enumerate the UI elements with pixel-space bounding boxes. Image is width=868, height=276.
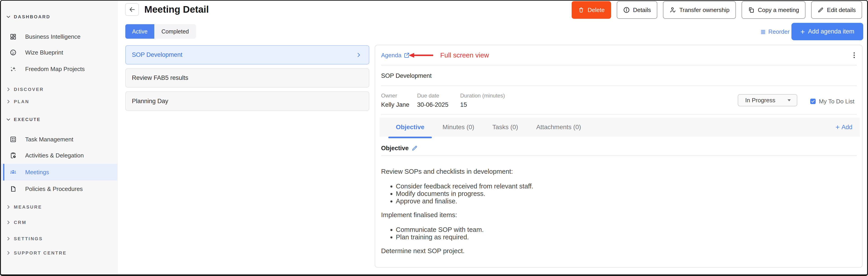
back-arrow-icon <box>129 6 135 13</box>
sidebar-section-plan[interactable]: PLAN <box>1 93 117 110</box>
edit-details-button[interactable]: Edit details <box>811 1 862 19</box>
owner-label: Owner <box>381 93 397 99</box>
sidebar-item-label: Business Intelligence <box>25 33 81 40</box>
sidebar-item-business-intelligence[interactable]: Business Intelligence <box>1 28 117 45</box>
chevron-right-icon <box>6 250 11 255</box>
agenda-detail-panel: Agenda Full screen view SOP Development … <box>375 45 863 268</box>
due-date-value: 30-06-2025 <box>417 101 448 108</box>
bullet-item: Approve and finalise. <box>396 198 844 205</box>
add-agenda-item-label: Add agenda item <box>808 28 854 35</box>
divider <box>381 156 857 156</box>
add-label: Add <box>841 124 852 131</box>
sidebar-item-wize-blueprint[interactable]: Wize Blueprint <box>1 44 117 61</box>
due-date-label: Due date <box>417 93 439 99</box>
add-agenda-item-button[interactable]: + Add agenda item <box>792 23 863 40</box>
annotation-arrow <box>409 53 433 58</box>
my-todo-label: My To Do List <box>819 98 855 105</box>
kebab-icon <box>850 51 858 59</box>
sidebar-section-support-centre[interactable]: SUPPORT CENTRE <box>1 245 117 261</box>
sidebar-item-meetings[interactable]: Meetings <box>1 164 117 180</box>
details-button[interactable]: Details <box>617 1 657 19</box>
sidebar-section-crm[interactable]: CRM <box>1 214 117 231</box>
add-link[interactable]: +Add <box>835 118 852 137</box>
chevron-right-icon <box>6 220 11 225</box>
active-completed-toggle: Active Completed <box>125 24 196 39</box>
plus-icon: + <box>800 28 805 35</box>
duration-label: Duration (minutes) <box>460 93 505 99</box>
delete-button[interactable]: Delete <box>571 1 611 19</box>
bullet-item: Plan training as required. <box>396 234 844 241</box>
meeting-detail-app: DASHBOARD Business Intelligence Wize Blu… <box>0 0 868 276</box>
agenda-list-item-sop-development[interactable]: SOP Development <box>125 45 369 65</box>
chevron-down-icon <box>6 117 11 122</box>
sidebar-section-label: CRM <box>14 220 27 225</box>
edit-pencil-icon[interactable] <box>411 145 418 151</box>
agenda-item-detail-title: SOP Development <box>381 71 432 80</box>
sparkles-icon <box>10 66 17 72</box>
trash-icon <box>578 7 584 13</box>
chevron-right-icon <box>6 87 11 92</box>
sidebar-item-policies-procedures[interactable]: Policies & Procedures <box>1 180 117 197</box>
details-label: Details <box>633 6 651 13</box>
reorder-lines-icon <box>760 29 766 35</box>
pencil-icon <box>817 7 824 13</box>
dashboard-grid-icon <box>10 33 17 40</box>
document-icon <box>10 185 17 192</box>
tab-completed[interactable]: Completed <box>154 24 196 39</box>
my-todo-checkbox[interactable] <box>810 99 816 104</box>
copy-meeting-label: Copy a meeting <box>758 6 799 13</box>
copy-meeting-button[interactable]: Copy a meeting <box>742 1 805 19</box>
sidebar-section-measure[interactable]: MEASURE <box>1 199 117 215</box>
objective-mid: Implement finalised items: <box>381 211 844 219</box>
person-check-icon <box>669 6 676 13</box>
kebab-menu[interactable] <box>850 51 858 59</box>
back-button[interactable] <box>125 3 139 16</box>
bullet-item: Consider feedback received from relevant… <box>396 182 844 190</box>
tab-tasks[interactable]: Tasks (0) <box>485 118 526 137</box>
sidebar-section-label: PLAN <box>14 99 29 104</box>
objective-bullets-2: Communicate SOP with team. Plan training… <box>381 226 844 241</box>
sidebar-item-activities-delegation[interactable]: Activities & Delegation <box>1 147 117 164</box>
clipboard-clock-icon <box>10 152 17 159</box>
plus-icon: + <box>835 124 840 130</box>
tab-minutes[interactable]: Minutes (0) <box>435 118 482 137</box>
sidebar-item-label: Task Management <box>25 136 73 143</box>
sidebar-item-freedom-map-projects[interactable]: Freedom Map Projects <box>1 61 117 77</box>
objective-intro: Review SOPs and checklists in developmen… <box>381 168 844 175</box>
sidebar: DASHBOARD Business Intelligence Wize Blu… <box>1 1 118 274</box>
page-title: Meeting Detail <box>144 4 209 14</box>
objective-outro: Determine next SOP project. <box>381 247 844 255</box>
sidebar-item-label: Policies & Procedures <box>25 185 83 193</box>
agenda-item-title: Planning Day <box>132 98 168 105</box>
objective-section-label: Objective <box>381 144 418 152</box>
meetings-people-icon <box>10 169 17 176</box>
header-actions: Delete Details Transfer ownership Copy a… <box>571 1 862 19</box>
status-select[interactable]: In Progress <box>738 94 797 106</box>
reorder-link[interactable]: Reorder <box>760 28 789 35</box>
delete-label: Delete <box>588 6 604 13</box>
sidebar-section-dashboard[interactable]: DASHBOARD <box>1 8 117 25</box>
copy-icon <box>748 6 755 13</box>
chevron-right-icon <box>6 205 11 209</box>
objective-bullets-1: Consider feedback received from relevant… <box>381 182 844 205</box>
sidebar-item-task-management[interactable]: Task Management <box>1 131 117 148</box>
tab-active[interactable]: Active <box>125 24 154 39</box>
sidebar-section-label: DISCOVER <box>14 87 44 92</box>
bullet-item: Modify documents in progress. <box>396 190 844 198</box>
tab-attachments[interactable]: Attachments (0) <box>529 118 589 137</box>
status-value: In Progress <box>745 97 775 104</box>
chevron-down-icon <box>6 14 11 19</box>
agenda-list-item-review-fab5[interactable]: Review FAB5 results <box>125 68 369 88</box>
sidebar-section-execute[interactable]: EXECUTE <box>1 111 117 128</box>
face-icon <box>10 49 17 56</box>
agenda-fullscreen-link[interactable]: Agenda <box>381 51 410 60</box>
detail-tabs: Objective Minutes (0) Tasks (0) Attachme… <box>379 118 860 137</box>
reorder-label: Reorder <box>768 28 789 35</box>
sidebar-section-label: MEASURE <box>14 205 42 210</box>
transfer-ownership-button[interactable]: Transfer ownership <box>663 1 736 19</box>
agenda-list-item-planning-day[interactable]: Planning Day <box>125 92 369 111</box>
divider <box>381 65 857 65</box>
agenda-link-label: Agenda <box>381 52 402 59</box>
tab-objective[interactable]: Objective <box>389 118 432 137</box>
sidebar-section-label: SUPPORT CENTRE <box>14 250 67 256</box>
